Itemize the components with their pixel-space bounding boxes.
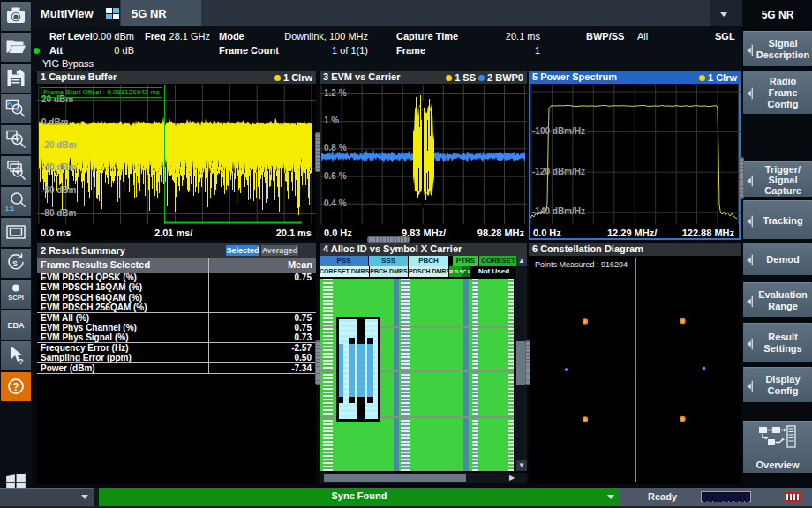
svg-text:1:1: 1:1 — [5, 205, 14, 212]
svg-text:?: ? — [12, 381, 19, 393]
svg-text:S: S — [12, 259, 18, 268]
svg-text:SCPI: SCPI — [8, 294, 24, 302]
svg-text:?: ? — [19, 357, 24, 366]
svg-text:EBA: EBA — [7, 321, 25, 330]
